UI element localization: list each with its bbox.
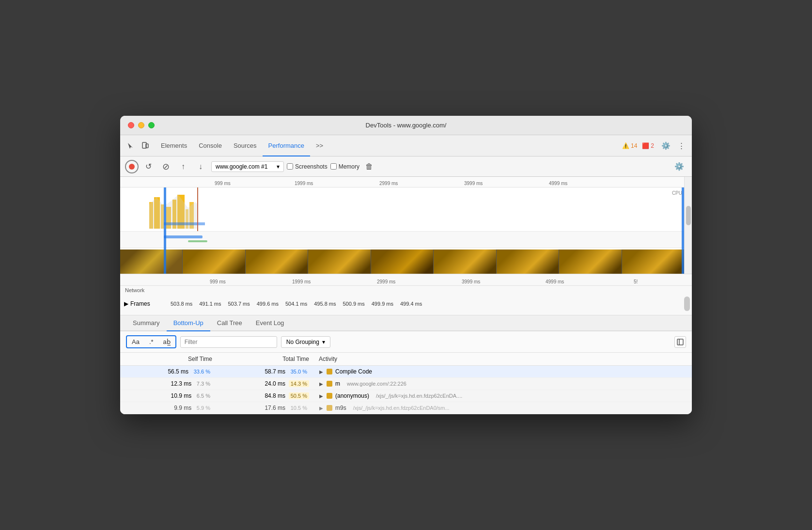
- self-pct-2: 7.3 %: [195, 380, 212, 387]
- table-row[interactable]: 56.5 ms 33.6 % 58.7 ms 35.0 % ▶ Compile: [120, 366, 692, 378]
- frames-expand-icon: ▶: [124, 300, 128, 307]
- warning-icon: ⚠️: [622, 142, 629, 149]
- expand-icon-4[interactable]: ▶: [319, 405, 324, 411]
- activity-color-1: [327, 369, 332, 374]
- scrollbar[interactable]: [684, 177, 692, 274]
- error-badge[interactable]: 🟥 2: [642, 142, 654, 149]
- cell-total-time-4: 17.6 ms 10.5 %: [217, 402, 314, 414]
- cell-activity-3: ▶ (anonymous) /xjs/_/js/k=xjs.hd.en.fdzp…: [314, 390, 692, 402]
- total-pct-1: 35.0 %: [289, 368, 309, 375]
- header-self-time[interactable]: Self Time: [120, 353, 217, 366]
- download-button[interactable]: ↓: [194, 160, 207, 173]
- device-icon[interactable]: [139, 139, 152, 153]
- frame-time-7: 500.9 ms: [341, 300, 367, 308]
- frames-data: 503.8 ms 491.1 ms 503.7 ms 499.6 ms 504.…: [169, 300, 684, 308]
- expand-icon-3[interactable]: ▶: [319, 393, 324, 399]
- network-label: Network: [125, 287, 144, 293]
- data-table-container: Self Time Total Time Activity 56.5 ms 33…: [120, 353, 692, 414]
- table-header-row: Self Time Total Time Activity: [120, 353, 692, 366]
- filter-case-btn[interactable]: Aa: [127, 336, 144, 347]
- filter-word-btn[interactable]: ab̲: [158, 336, 175, 347]
- tab-elements[interactable]: Elements: [155, 135, 193, 156]
- frame-time-4: 499.6 ms: [255, 300, 281, 308]
- tab-call-tree[interactable]: Call Tree: [210, 315, 249, 331]
- record-button[interactable]: [125, 160, 139, 173]
- settings-icon[interactable]: ⚙️: [659, 139, 672, 153]
- tab-summary[interactable]: Summary: [126, 315, 167, 331]
- activity-name-4: m9s: [335, 405, 346, 411]
- cell-total-time-1: 58.7 ms 35.0 %: [217, 366, 314, 378]
- delete-button[interactable]: 🗑: [362, 160, 376, 173]
- filter-input[interactable]: [180, 336, 277, 348]
- profile-selector[interactable]: www.google.com #1 ▾: [211, 161, 284, 172]
- table-row[interactable]: 9.9 ms 5.9 % 17.6 ms 10.5 % ▶ m9s: [120, 402, 692, 414]
- reload-button[interactable]: ↺: [141, 160, 155, 173]
- minimize-button[interactable]: [138, 122, 144, 128]
- net-area: [120, 231, 684, 248]
- table-row[interactable]: 10.9 ms 6.5 % 84.8 ms 50.5 % ▶ (anonymou: [120, 390, 692, 402]
- clear-button[interactable]: ⊘: [159, 160, 172, 173]
- cursor-icon[interactable]: [124, 139, 138, 153]
- tab-more[interactable]: >>: [310, 135, 329, 156]
- frames-text: Frames: [130, 300, 150, 307]
- error-icon: 🟥: [642, 142, 649, 149]
- upload-button[interactable]: ↑: [176, 160, 190, 173]
- activity-color-4: [327, 405, 332, 411]
- cell-total-time-2: 24.0 ms 14.3 %: [217, 378, 314, 390]
- tab-sources[interactable]: Sources: [228, 135, 263, 156]
- self-pct-1: 33.6 %: [192, 368, 212, 375]
- screenshots-strip: [120, 249, 684, 274]
- perf-settings-button[interactable]: ⚙️: [672, 160, 686, 173]
- tab-event-log[interactable]: Event Log: [249, 315, 291, 331]
- screenshots-checkbox[interactable]: Screenshots: [287, 163, 328, 170]
- cell-activity-1: ▶ Compile Code: [314, 366, 692, 378]
- bottom-tabs: Summary Bottom-Up Call Tree Event Log: [120, 315, 692, 331]
- expand-icon-1[interactable]: ▶: [319, 369, 324, 374]
- timeline-ruler: 999 ms 1999 ms 2999 ms 3999 ms 4999 ms: [120, 177, 684, 187]
- expand-icon-2[interactable]: ▶: [319, 381, 324, 387]
- warning-badge[interactable]: ⚠️ 14: [622, 142, 637, 149]
- frames-scrollbar-thumb[interactable]: [684, 296, 690, 311]
- lower-mark-6: 5!: [634, 279, 638, 284]
- frames-row: ▶ Frames 503.8 ms 491.1 ms 503.7 ms 499.…: [120, 295, 692, 313]
- grouping-select[interactable]: No Grouping ▾: [281, 336, 330, 348]
- memory-checkbox[interactable]: Memory: [330, 163, 359, 170]
- filter-regex-btn[interactable]: .*: [144, 336, 158, 347]
- activity-url-4: /xjs/_/js/k=xjs.hd.en.fdzp62cEnDA0/sm...: [353, 405, 450, 411]
- network-row: Network: [120, 286, 692, 295]
- table-row[interactable]: 12.3 ms 7.3 % 24.0 ms 14.3 % ▶ m: [120, 378, 692, 390]
- activity-url-3: /xjs/_/js/k=xjs.hd.en.fdzp62cEnDA....: [376, 393, 462, 399]
- lower-mark-3: 2999 ms: [377, 279, 395, 284]
- scrollbar-thumb[interactable]: [686, 206, 691, 225]
- cell-self-time-4: 9.9 ms 5.9 %: [120, 402, 217, 414]
- header-total-time[interactable]: Total Time: [217, 353, 314, 366]
- close-button[interactable]: [128, 122, 134, 128]
- cell-self-time-2: 12.3 ms 7.3 %: [120, 378, 217, 390]
- activity-url-2: www.google.com/:22:226: [347, 381, 406, 387]
- screenshot-9: [622, 249, 684, 274]
- collapse-button[interactable]: [674, 336, 686, 348]
- activity-cell-3: ▶ (anonymous) /xjs/_/js/k=xjs.hd.en.fdzp…: [319, 392, 687, 399]
- window-title: DevTools - www.google.com/: [366, 122, 447, 129]
- screenshots-checkbox-input[interactable]: [287, 163, 293, 170]
- maximize-button[interactable]: [148, 122, 155, 128]
- header-activity[interactable]: Activity: [314, 353, 692, 366]
- selection-handle-right[interactable]: [682, 187, 684, 274]
- ruler-mark-4: 3999 ms: [464, 181, 483, 186]
- lower-mark-5: 4999 ms: [546, 279, 564, 284]
- total-time-val-1: 58.7 ms: [265, 368, 285, 375]
- tab-bar: Elements Console Sources Performance >>: [155, 135, 620, 156]
- activity-color-3: [327, 393, 332, 399]
- frames-label[interactable]: ▶ Frames: [120, 300, 169, 307]
- more-icon[interactable]: ⋮: [674, 139, 688, 153]
- tab-console[interactable]: Console: [193, 135, 228, 156]
- memory-checkbox-input[interactable]: [330, 163, 337, 170]
- data-table: Self Time Total Time Activity 56.5 ms 33…: [120, 353, 692, 414]
- selection-handle-left[interactable]: [164, 187, 166, 274]
- timeline-top: 999 ms 1999 ms 2999 ms 3999 ms 4999 ms C…: [120, 177, 692, 274]
- grouping-arrow-icon: ▾: [322, 339, 325, 345]
- screenshot-4: [308, 249, 371, 274]
- activity-name-3: (anonymous): [335, 392, 369, 399]
- tab-bottom-up[interactable]: Bottom-Up: [167, 315, 210, 331]
- tab-performance[interactable]: Performance: [263, 135, 310, 156]
